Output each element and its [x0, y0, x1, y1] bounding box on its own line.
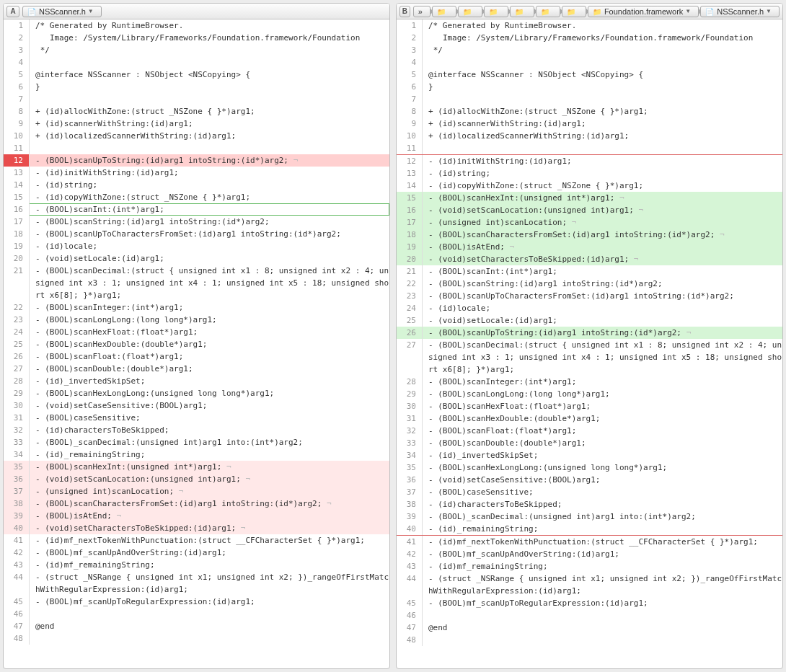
breadcrumb-segment[interactable]: [510, 6, 534, 17]
code-line[interactable]: 12- (id)initWithString:(id)arg1;: [397, 154, 782, 167]
code-line[interactable]: 28- (id)_invertedSkipSet;: [4, 375, 389, 387]
code-line[interactable]: 12- (BOOL)scanUpToString:(id)arg1 intoSt…: [4, 154, 389, 167]
code-line[interactable]: 18- (BOOL)scanCharactersFromSet:(id)arg1…: [397, 229, 782, 241]
code-line[interactable]: 19- (id)locale;: [4, 240, 389, 252]
code-line[interactable]: 15- (id)copyWithZone:(struct _NSZone { }…: [4, 191, 389, 203]
code-line[interactable]: 13- (id)string;: [397, 167, 782, 180]
code-line[interactable]: 1/* Generated by RuntimeBrowser.: [4, 19, 389, 32]
code-line[interactable]: 36- (void)setScanLocation:(unsigned int)…: [4, 473, 389, 485]
code-line[interactable]: 25- (void)setLocale:(id)arg1;: [397, 314, 782, 327]
code-line[interactable]: 30- (void)setCaseSensitive:(BOOL)arg1;: [4, 399, 389, 412]
code-line[interactable]: 47@end: [4, 620, 389, 632]
code-line[interactable]: 45- (BOOL)mf_scanUpToRegularExpression:(…: [397, 597, 782, 609]
breadcrumb-segment[interactable]: [536, 6, 560, 17]
code-line[interactable]: 19- (BOOL)isAtEnd; ¬: [397, 241, 782, 253]
right-code-area[interactable]: 1/* Generated by RuntimeBrowser.2 Image:…: [397, 19, 782, 668]
code-line[interactable]: 7: [4, 93, 389, 105]
code-line[interactable]: 27- (BOOL)scanDecimal:(struct { unsigned…: [397, 339, 782, 376]
code-line[interactable]: 17- (unsigned int)scanLocation; ¬: [397, 216, 782, 229]
code-line[interactable]: 23- (BOOL)scanLongLong:(long long*)arg1;: [4, 314, 389, 326]
code-line[interactable]: 3 */: [397, 44, 782, 56]
code-line[interactable]: 4: [4, 56, 389, 68]
code-line[interactable]: 27- (BOOL)scanDouble:(double*)arg1;: [4, 363, 389, 375]
code-line[interactable]: 24- (BOOL)scanHexFloat:(float*)arg1;: [4, 326, 389, 338]
left-filename-crumb[interactable]: NSScanner.h ▼: [22, 6, 102, 17]
left-code-area[interactable]: 1/* Generated by RuntimeBrowser.2 Image:…: [4, 19, 389, 668]
code-line[interactable]: 22- (BOOL)scanString:(id)arg1 intoString…: [397, 278, 782, 290]
code-line[interactable]: 46: [397, 609, 782, 622]
code-line[interactable]: 5@interface NSScanner : NSObject <NSCopy…: [397, 68, 782, 81]
code-line[interactable]: 30- (BOOL)scanHexFloat:(float*)arg1;: [397, 400, 782, 412]
code-line[interactable]: 18- (BOOL)scanUpToCharactersFromSet:(id)…: [4, 228, 389, 240]
code-line[interactable]: 5@interface NSScanner : NSObject <NSCopy…: [4, 68, 389, 81]
code-line[interactable]: 15- (BOOL)scanHexInt:(unsigned int*)arg1…: [397, 192, 782, 204]
code-line[interactable]: 41- (id)mf_nextTokenWithPunctuation:(str…: [4, 534, 389, 547]
code-line[interactable]: 40- (void)setCharactersToBeSkipped:(id)a…: [4, 522, 389, 534]
code-line[interactable]: 42- (BOOL)mf_scanUpAndOverString:(id)arg…: [397, 548, 782, 560]
code-line[interactable]: 11: [4, 142, 389, 154]
code-line[interactable]: 20- (void)setLocale:(id)arg1;: [4, 252, 389, 265]
code-line[interactable]: 8+ (id)allocWithZone:(struct _NSZone { }…: [397, 105, 782, 118]
breadcrumb-item[interactable]: Foundation.framework▼: [588, 6, 699, 17]
code-line[interactable]: 17- (BOOL)scanString:(id)arg1 intoString…: [4, 216, 389, 228]
code-line[interactable]: 2 Image: /System/Library/Frameworks/Foun…: [397, 32, 782, 44]
code-line[interactable]: 41- (id)mf_nextTokenWithPunctuation:(str…: [397, 535, 782, 548]
code-line[interactable]: 39- (BOOL)_scanDecimal:(unsigned int)arg…: [397, 510, 782, 523]
code-line[interactable]: 26- (BOOL)scanUpToString:(id)arg1 intoSt…: [397, 327, 782, 339]
code-line[interactable]: 37- (unsigned int)scanLocation; ¬: [4, 485, 389, 498]
code-line[interactable]: 33- (BOOL)scanDouble:(double*)arg1;: [397, 437, 782, 449]
code-line[interactable]: 32- (BOOL)scanFloat:(float*)arg1;: [397, 425, 782, 437]
code-line[interactable]: 48: [397, 634, 782, 646]
code-line[interactable]: 42- (BOOL)mf_scanUpAndOverString:(id)arg…: [4, 547, 389, 559]
code-line[interactable]: 9+ (id)scannerWithString:(id)arg1;: [397, 118, 782, 130]
code-line[interactable]: 13- (id)initWithString:(id)arg1;: [4, 167, 389, 179]
code-line[interactable]: 16- (void)setScanLocation:(unsigned int)…: [397, 204, 782, 216]
breadcrumb-segment[interactable]: [562, 6, 586, 17]
code-line[interactable]: 23- (BOOL)scanUpToCharactersFromSet:(id)…: [397, 290, 782, 302]
code-line[interactable]: 29- (BOOL)scanHexLongLong:(unsigned long…: [4, 387, 389, 399]
code-line[interactable]: 31- (BOOL)scanHexDouble:(double*)arg1;: [397, 412, 782, 425]
code-line[interactable]: 8+ (id)allocWithZone:(struct _NSZone { }…: [4, 105, 389, 118]
breadcrumb-segment[interactable]: [484, 6, 508, 17]
code-line[interactable]: 35- (BOOL)scanHexInt:(unsigned int*)arg1…: [4, 461, 389, 473]
code-line[interactable]: 45- (BOOL)mf_scanUpToRegularExpression:(…: [4, 596, 389, 608]
code-line[interactable]: 4: [397, 56, 782, 68]
code-line[interactable]: 14- (id)copyWithZone:(struct _NSZone { }…: [397, 180, 782, 192]
code-line[interactable]: 32- (id)charactersToBeSkipped;: [4, 424, 389, 436]
code-line[interactable]: 10+ (id)localizedScannerWithString:(id)a…: [4, 130, 389, 142]
code-line[interactable]: 39- (BOOL)isAtEnd; ¬: [4, 510, 389, 522]
code-line[interactable]: 35- (BOOL)scanHexLongLong:(unsigned long…: [397, 461, 782, 474]
code-line[interactable]: 14- (id)string;: [4, 179, 389, 191]
code-line[interactable]: 38- (id)charactersToBeSkipped;: [397, 498, 782, 510]
code-line[interactable]: 24- (id)locale;: [397, 302, 782, 314]
code-line[interactable]: 2 Image: /System/Library/Frameworks/Foun…: [4, 32, 389, 44]
code-line[interactable]: 43- (id)mf_remainingString;: [397, 560, 782, 572]
code-line[interactable]: 40- (id)_remainingString;: [397, 523, 782, 535]
breadcrumb-segment[interactable]: [458, 6, 482, 17]
code-line[interactable]: 3 */: [4, 44, 389, 56]
code-line[interactable]: 25- (BOOL)scanHexDouble:(double*)arg1;: [4, 338, 389, 350]
code-line[interactable]: 10+ (id)localizedScannerWithString:(id)a…: [397, 130, 782, 142]
code-line[interactable]: 48: [4, 632, 389, 645]
code-line[interactable]: 47@end: [397, 622, 782, 634]
code-line[interactable]: 6}: [397, 81, 782, 93]
code-line[interactable]: 33- (BOOL)_scanDecimal:(unsigned int)arg…: [4, 436, 389, 448]
code-line[interactable]: 36- (void)setCaseSensitive:(BOOL)arg1;: [397, 474, 782, 486]
code-line[interactable]: 28- (BOOL)scanInteger:(int*)arg1;: [397, 376, 782, 388]
code-line[interactable]: 31- (BOOL)caseSensitive;: [4, 412, 389, 424]
code-line[interactable]: 44- (struct _NSRange { unsigned int x1; …: [397, 572, 782, 597]
code-line[interactable]: 46: [4, 608, 389, 620]
code-line[interactable]: 6}: [4, 81, 389, 93]
code-line[interactable]: 20- (void)setCharactersToBeSkipped:(id)a…: [397, 253, 782, 265]
code-line[interactable]: 21- (BOOL)scanInt:(int*)arg1;: [397, 265, 782, 278]
code-line[interactable]: 29- (BOOL)scanLongLong:(long long*)arg1;: [397, 388, 782, 400]
code-line[interactable]: 43- (id)mf_remainingString;: [4, 559, 389, 571]
code-line[interactable]: 37- (BOOL)caseSensitive;: [397, 486, 782, 498]
code-line[interactable]: 7: [397, 93, 782, 105]
code-line[interactable]: 26- (BOOL)scanFloat:(float*)arg1;: [4, 350, 389, 363]
code-line[interactable]: 38- (BOOL)scanCharactersFromSet:(id)arg1…: [4, 498, 389, 510]
code-line[interactable]: 34- (id)_remainingString;: [4, 448, 389, 461]
code-line[interactable]: 22- (BOOL)scanInteger:(int*)arg1;: [4, 301, 389, 314]
breadcrumb-item[interactable]: NSScanner.h▼: [700, 6, 780, 17]
code-line[interactable]: 34- (id)_invertedSkipSet;: [397, 449, 782, 461]
